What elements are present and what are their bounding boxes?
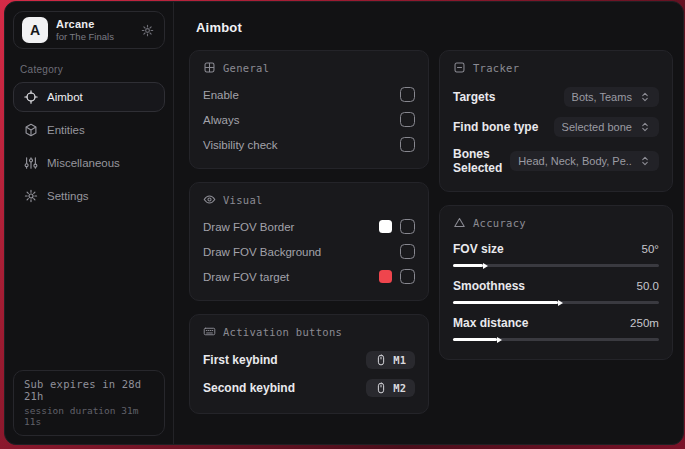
fov-size-setting: FOV size 50° — [453, 237, 659, 274]
left-column: General Enable Always Visibility check — [189, 50, 429, 414]
unfold-icon — [639, 91, 651, 103]
activation-card-header: Activation buttons — [203, 325, 415, 338]
sidebar-nav: Aimbot Entities Miscellaneous — [13, 82, 165, 211]
setting-label: Find bone type — [453, 120, 538, 134]
crosshair-icon — [24, 90, 38, 104]
visibility-check-checkbox[interactable] — [400, 137, 415, 152]
setting-label: Second keybind — [203, 381, 295, 395]
setting-row: Always — [203, 107, 415, 132]
app-header: A Arcane for The Finals — [13, 11, 165, 49]
setting-label: Draw FOV target — [203, 271, 289, 283]
always-checkbox[interactable] — [400, 112, 415, 127]
fov-size-slider[interactable] — [453, 264, 659, 267]
app-subtitle: for The Finals — [56, 31, 131, 42]
category-label: Category — [20, 64, 158, 75]
max-distance-slider[interactable] — [453, 338, 659, 341]
scan-icon — [453, 61, 466, 74]
smoothness-slider[interactable] — [453, 301, 659, 304]
setting-label: Enable — [203, 89, 239, 101]
targets-select[interactable]: Bots, Teams — [564, 87, 659, 107]
sidebar-item-settings[interactable]: Settings — [13, 181, 165, 211]
fov-target-color-swatch[interactable] — [379, 270, 392, 283]
app-title: Arcane — [56, 18, 131, 30]
first-keybind-button[interactable]: M1 — [366, 351, 415, 369]
tracker-card-header: Tracker — [453, 61, 659, 74]
unfold-icon — [639, 121, 651, 133]
setting-row: Draw FOV target — [203, 264, 415, 289]
setting-label: Draw FOV Border — [203, 221, 294, 233]
visual-card-header: Visual — [203, 193, 415, 206]
keybind-value: M2 — [393, 382, 406, 394]
keyboard-icon — [203, 325, 216, 338]
accuracy-card: Accuracy FOV size 50° Smoothness — [439, 205, 673, 360]
tracker-card: Tracker Targets Bots, Teams — [439, 50, 673, 192]
page-title: Aimbot — [196, 20, 669, 35]
keybind-value: M1 — [393, 354, 406, 366]
enable-checkbox[interactable] — [400, 87, 415, 102]
slider-fill — [453, 338, 497, 341]
bones-selected-select[interactable]: Head, Neck, Body, Pe.. — [510, 151, 659, 171]
sidebar-item-miscellaneous[interactable]: Miscellaneous — [13, 148, 165, 178]
section-title: Visual — [223, 194, 263, 206]
draw-fov-border-checkbox[interactable] — [400, 219, 415, 234]
second-keybind-button[interactable]: M2 — [366, 379, 415, 397]
activation-card: Activation buttons First keybind M1 — [189, 314, 429, 414]
slider-fill — [453, 301, 558, 304]
session-duration-text: session duration 31m 11s — [24, 405, 154, 427]
sidebar-item-label: Entities — [47, 124, 85, 136]
draw-fov-target-checkbox[interactable] — [400, 269, 415, 284]
setting-row: Draw FOV Background — [203, 239, 415, 264]
setting-label: Draw FOV Background — [203, 246, 321, 258]
settings-gear-button[interactable] — [139, 22, 156, 39]
smoothness-setting: Smoothness 50.0 — [453, 274, 659, 311]
setting-label: Max distance — [453, 316, 528, 330]
setting-row: Enable — [203, 82, 415, 107]
section-title: Tracker — [473, 62, 519, 74]
unfold-icon — [639, 155, 651, 167]
select-value: Bots, Teams — [572, 91, 632, 103]
find-bone-type-select[interactable]: Selected bone — [554, 117, 659, 137]
sidebar-spacer — [13, 211, 165, 370]
section-title: General — [223, 62, 269, 74]
select-value: Head, Neck, Body, Pe.. — [518, 155, 632, 167]
app-name-block: Arcane for The Finals — [56, 18, 131, 42]
sidebar-item-entities[interactable]: Entities — [13, 115, 165, 145]
gear-icon — [141, 24, 154, 37]
fov-border-color-swatch[interactable] — [379, 220, 392, 233]
general-card: General Enable Always Visibility check — [189, 50, 429, 169]
sidebar-item-label: Aimbot — [47, 91, 83, 103]
sidebar-item-label: Settings — [47, 190, 89, 202]
row-controls — [379, 219, 415, 234]
setting-row: Bones Selected Head, Neck, Body, Pe.. — [453, 142, 659, 180]
eye-icon — [203, 193, 216, 206]
sidebar-item-aimbot[interactable]: Aimbot — [13, 82, 165, 112]
select-value: Selected bone — [562, 121, 632, 133]
setting-label: FOV size — [453, 242, 504, 256]
cube-icon — [24, 123, 38, 137]
mouse-icon — [375, 354, 387, 366]
section-title: Activation buttons — [223, 326, 342, 338]
setting-row: Targets Bots, Teams — [453, 82, 659, 112]
setting-row: First keybind M1 — [203, 346, 415, 374]
setting-label: Smoothness — [453, 279, 525, 293]
sidebar-item-label: Miscellaneous — [47, 157, 120, 169]
grid-icon — [203, 61, 216, 74]
subscription-status: Sub expires in 28d 21h session duration … — [13, 370, 165, 436]
gear-icon — [24, 189, 38, 203]
draw-fov-background-checkbox[interactable] — [400, 244, 415, 259]
setting-label: Bones Selected — [453, 147, 502, 175]
setting-label: Targets — [453, 90, 495, 104]
main-content: Aimbot General Enable — [174, 2, 683, 444]
setting-row: Second keybind M2 — [203, 374, 415, 402]
row-controls — [379, 269, 415, 284]
accuracy-card-header: Accuracy — [453, 216, 659, 229]
general-card-header: General — [203, 61, 415, 74]
setting-label: Visibility check — [203, 139, 278, 151]
max-distance-setting: Max distance 250m — [453, 311, 659, 348]
mouse-icon — [375, 382, 387, 394]
setting-row: Visibility check — [203, 132, 415, 157]
setting-label: Always — [203, 114, 239, 126]
slider-value: 250m — [630, 317, 659, 329]
setting-label: First keybind — [203, 353, 278, 367]
triangle-icon — [453, 216, 466, 229]
